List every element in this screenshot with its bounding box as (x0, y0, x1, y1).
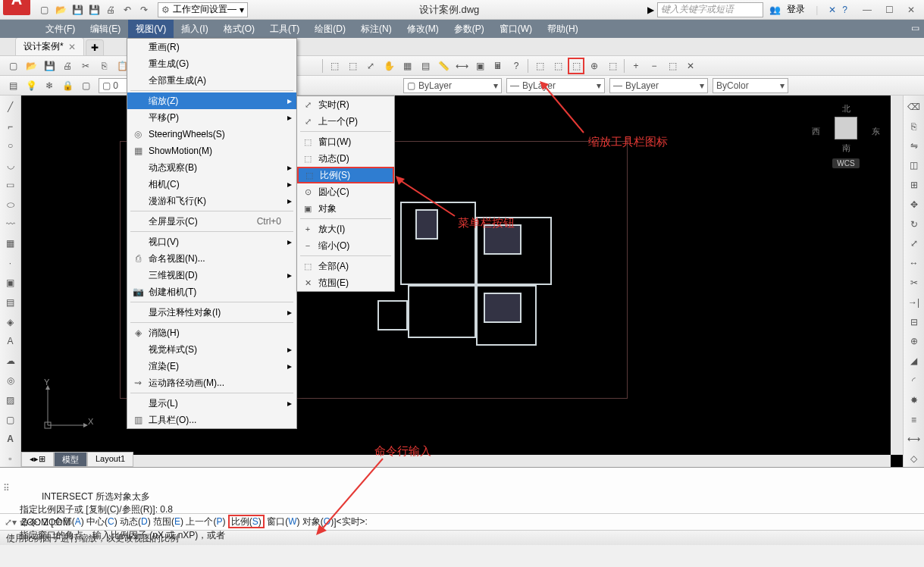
fillet-icon[interactable]: ◜ (906, 372, 922, 389)
tb-help-icon[interactable]: ? (508, 58, 525, 74)
revision-icon[interactable]: ☁ (2, 352, 19, 369)
tb-zoom1-icon[interactable]: ⬚ (531, 58, 548, 74)
tb-zoom-realtime-icon[interactable]: ⤢ (362, 58, 379, 74)
sm-item[interactable]: ⬚比例(S) (297, 167, 394, 183)
horizontal-scrollbar[interactable]: ◂ ▸ (21, 455, 891, 467)
menu-modify[interactable]: 修改(M) (399, 20, 446, 38)
tb-pan-icon[interactable]: ✋ (381, 58, 397, 74)
menu-param[interactable]: 参数(P) (446, 20, 492, 38)
copy-icon[interactable]: ⎘ (906, 118, 922, 135)
print-icon[interactable]: 🖨 (103, 2, 118, 17)
wcs-badge[interactable]: WCS (832, 158, 859, 168)
circle-icon[interactable]: ○ (2, 138, 19, 155)
cmd-option[interactable]: 窗口(W) (267, 516, 299, 527)
exchange-icon[interactable]: ✕ (828, 5, 836, 15)
dd-item[interactable]: 📷创建相机(T) (127, 284, 296, 300)
cmd-handle-icon[interactable]: ⠿ (3, 483, 10, 493)
mirror-icon[interactable]: ⇋ (906, 138, 922, 155)
sm-item[interactable]: ⬚窗口(W) (297, 133, 394, 150)
menu-tools[interactable]: 工具(T) (262, 20, 307, 38)
scale-icon[interactable]: ⤢ (906, 236, 922, 252)
sm-item[interactable]: ⤢上一个(P) (297, 113, 394, 130)
lengthen-icon[interactable]: ⟷ (906, 431, 922, 448)
dd-item[interactable]: 全部重生成(A) (127, 72, 296, 89)
menu-format[interactable]: 格式(O) (216, 20, 262, 38)
doc-tab-active[interactable]: 设计案例* ✕ (15, 37, 84, 55)
sm-item[interactable]: +放大(I) (297, 221, 394, 237)
cmd-option[interactable]: 对象(O) (302, 516, 334, 527)
menu-file[interactable]: 文件(F) (38, 20, 83, 38)
array-icon[interactable]: ⊞ (906, 177, 922, 193)
sm-item[interactable]: −缩小(O) (297, 237, 394, 254)
boundary-icon[interactable]: ▢ (2, 412, 19, 428)
menubar-minimize-icon[interactable]: ▭ (911, 23, 919, 33)
tb-props-icon[interactable]: ▦ (399, 58, 415, 74)
dd-item[interactable]: ▥工具栏(O)... (127, 412, 296, 428)
plotstyle-selector[interactable]: —ByLayer▾ (609, 78, 708, 93)
dd-item[interactable]: ◈消隐(H) (127, 324, 296, 341)
save-icon[interactable]: 💾 (70, 2, 85, 17)
menu-window[interactable]: 窗口(W) (492, 20, 540, 38)
tb-print-icon[interactable]: 🖨 (59, 58, 76, 74)
arc-icon[interactable]: ◡ (2, 157, 19, 174)
tb-open-icon[interactable]: 📂 (23, 58, 39, 74)
model-tab-nav[interactable]: ◂▸⊞ (21, 452, 54, 467)
dd-item[interactable]: 渲染(E)▸ (127, 358, 296, 374)
layer-lock-icon[interactable]: 🔒 (59, 77, 76, 94)
dd-item[interactable]: 重生成(G) (127, 55, 296, 72)
login-link[interactable]: 登录 (787, 3, 805, 16)
workspace-selector[interactable]: ⚙ 工作空间设置— ▾ (158, 2, 248, 17)
tb-zoom-scale-icon[interactable]: ⬚ (568, 58, 584, 74)
tb-new-icon[interactable]: ▢ (5, 58, 21, 74)
minimize-icon[interactable]: — (863, 5, 872, 15)
tb-copy-icon[interactable]: ⎘ (96, 58, 112, 74)
layer-props-icon[interactable]: ▤ (5, 77, 21, 94)
dd-item[interactable]: 显示(L)▸ (127, 395, 296, 412)
dd-item[interactable]: 动态观察(B)▸ (127, 159, 296, 176)
dd-item[interactable]: 视口(V)▸ (127, 233, 296, 250)
break-icon[interactable]: ⊟ (906, 314, 922, 330)
block-icon[interactable]: ▣ (2, 274, 19, 291)
rect-icon[interactable]: ▭ (2, 177, 19, 193)
erase-icon[interactable]: ⌫ (906, 99, 922, 115)
tb-zoom3-icon[interactable]: ⊕ (586, 58, 603, 74)
layer-freeze-icon[interactable]: ❄ (41, 77, 58, 94)
vertical-scrollbar[interactable] (891, 96, 903, 455)
signin-icon[interactable]: 👥 (769, 5, 781, 15)
cmd-option[interactable]: 上一个(P) (186, 516, 225, 527)
tb-cut-icon[interactable]: ✂ (77, 58, 94, 74)
linetype-selector[interactable]: ▢ByLayer▾ (403, 78, 502, 93)
dd-item[interactable]: 视觉样式(S)▸ (127, 341, 296, 358)
dd-item[interactable]: 全屏显示(C)Ctrl+0 (127, 213, 296, 230)
dd-item[interactable]: ▦ShowMotion(M) (127, 143, 296, 159)
help-icon[interactable]: ? (842, 5, 847, 15)
explode-icon[interactable]: ✸ (906, 392, 922, 409)
dd-item[interactable]: 三维视图(D)▸ (127, 267, 296, 284)
spline-icon[interactable]: 〰 (2, 216, 19, 233)
join-icon[interactable]: ⊕ (906, 334, 922, 350)
region-icon[interactable]: ◈ (2, 314, 19, 330)
sm-item[interactable]: ✕范围(E) (297, 274, 394, 291)
tb-zoom-window-icon[interactable]: ⬚ (326, 58, 343, 74)
dd-item[interactable]: 相机(C)▸ (127, 176, 296, 193)
tb-ruler-icon[interactable]: 📏 (435, 58, 452, 74)
layer-on-icon[interactable]: 💡 (23, 77, 39, 94)
tb-area-icon[interactable]: ▣ (471, 58, 488, 74)
maximize-icon[interactable]: ☐ (885, 5, 894, 15)
pline-icon[interactable]: ⌐ (2, 118, 19, 135)
model-tab-layout1[interactable]: Layout1 (87, 452, 133, 467)
donut-icon[interactable]: ◎ (2, 372, 19, 389)
doc-tab-new[interactable]: ✚ (86, 39, 104, 55)
hatch-icon[interactable]: ▦ (2, 236, 19, 252)
menu-draw[interactable]: 绘图(D) (307, 20, 353, 38)
move-icon[interactable]: ✥ (906, 196, 922, 213)
search-input[interactable]: 键入关键字或短语 (657, 2, 763, 17)
wipeout-icon[interactable]: ▫ (2, 450, 19, 467)
model-tab-model[interactable]: 模型 (54, 452, 87, 467)
extend-icon[interactable]: →| (906, 294, 922, 311)
sm-item[interactable]: ⊙圆心(C) (297, 183, 394, 200)
new-icon[interactable]: ▢ (36, 2, 52, 17)
offset-icon[interactable]: ◫ (906, 157, 922, 174)
dd-item[interactable]: 显示注释性对象(I)▸ (127, 304, 296, 321)
sm-item[interactable]: ⬚全部(A) (297, 258, 394, 274)
